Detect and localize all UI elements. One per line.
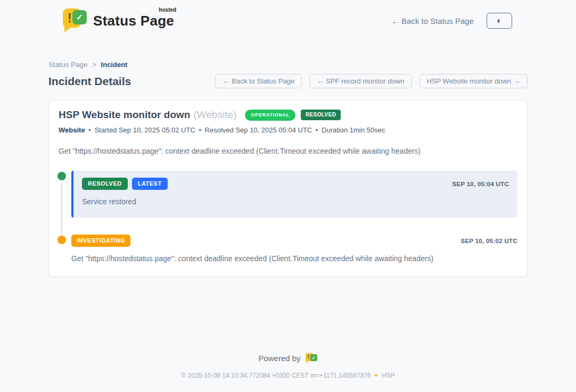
next-incident-label: HSP Website monitor down: [427, 77, 511, 85]
copyright-brand: HSP: [382, 372, 395, 379]
exclamation-glyph: !: [68, 11, 72, 26]
brand-name: Status Page hosted: [93, 13, 174, 29]
brand-hosted-label: hosted: [159, 7, 176, 13]
incident-title: HSP Website monitor down: [59, 109, 190, 121]
status-page-app: ! ✓ Status Page hosted ← Back to Status …: [0, 0, 576, 392]
checkmark-icon: ✓: [72, 10, 87, 24]
investigating-badge: INVESTIGATING: [71, 235, 130, 247]
meta-bullet: •: [199, 126, 201, 134]
arrow-left-icon: ←: [223, 77, 229, 85]
next-incident-button[interactable]: HSP Website monitor down→: [419, 74, 528, 88]
theme-toggle-button[interactable]: ◐: [487, 13, 512, 29]
incident-component: (Website): [193, 109, 236, 121]
incident-title-row: HSP Website monitor down (Website) OPERA…: [59, 109, 517, 121]
timeline-entry-resolved: RESOLVED LATEST SEP 10, 05:04 UTC Servic…: [57, 171, 517, 218]
status-page-mini-logo-icon[interactable]: ! ✓: [306, 353, 318, 364]
back-to-status-page-button[interactable]: ← Back to Status Page: [215, 74, 302, 88]
update-badge-row: RESOLVED LATEST SEP 10, 05:04 UTC: [82, 178, 509, 190]
meta-component: Website: [59, 126, 85, 134]
incident-meta: Website • Started Sep 10, 2025 05:02 UTC…: [59, 126, 517, 134]
latest-update-box: RESOLVED LATEST SEP 10, 05:04 UTC Servic…: [71, 171, 517, 218]
timeline-dot-orange: [57, 236, 66, 244]
exclamation-glyph: !: [308, 354, 309, 360]
timeline-entry-investigating: INVESTIGATING SEP 10, 05:02 UTC Get "htt…: [57, 235, 517, 263]
operational-status-badge: OPERATIONAL: [245, 110, 295, 121]
meta-resolved: Resolved Sep 10, 2025 05:04 UTC: [205, 126, 312, 134]
arrow-right-icon: →: [513, 77, 520, 85]
update-badge-row: INVESTIGATING SEP 10, 05:02 UTC: [71, 235, 517, 247]
update-message: Service restored: [82, 197, 509, 206]
incident-description: Get "https://hostedstatus.page": context…: [59, 147, 517, 155]
update-timestamp: SEP 10, 05:02 UTC: [460, 238, 517, 244]
resolved-status-badge: RESOLVED: [301, 110, 341, 120]
previous-incident-label: SPF record monitor down: [326, 77, 404, 85]
checkmark-icon: ✓: [310, 354, 317, 361]
brand-name-text: Status Page: [93, 13, 174, 29]
update-message: Get "https://hostedstatus.page": context…: [71, 254, 517, 263]
header-back-link[interactable]: ← Back to Status Page: [391, 16, 474, 26]
footer: Powered by ! ✓ © 2025-10-08 14:10:34.772…: [0, 353, 576, 392]
meta-bullet: •: [88, 126, 91, 134]
half-circle-theme-icon: ◐: [497, 16, 502, 25]
meta-bullet: •: [316, 126, 318, 134]
previous-incident-button[interactable]: ←SPF record monitor down: [309, 74, 412, 88]
back-button-label: Back to Status Page: [232, 77, 294, 85]
status-page-logo-icon: ! ✓: [63, 7, 87, 34]
sparkles-icon: ✦: [373, 372, 378, 379]
page-title: Incident Details: [48, 75, 131, 88]
header-back-link-label: Back to Status Page: [401, 16, 474, 26]
timeline-dot-green: [57, 172, 66, 180]
main-content: Status Page > Incident Incident Details …: [48, 34, 528, 277]
incident-card: HSP Website monitor down (Website) OPERA…: [48, 100, 528, 277]
breadcrumb-separator: >: [93, 61, 96, 69]
breadcrumb-incident: Incident: [101, 61, 128, 69]
powered-by-label: Powered by: [258, 354, 300, 363]
resolved-badge: RESOLVED: [82, 178, 128, 190]
powered-by: Powered by ! ✓: [0, 353, 576, 364]
incident-nav-buttons: ← Back to Status Page ←SPF record monito…: [215, 74, 528, 88]
incident-timeline: RESOLVED LATEST SEP 10, 05:04 UTC Servic…: [57, 171, 517, 263]
latest-badge: LATEST: [132, 178, 168, 190]
arrow-left-icon: ←: [317, 77, 324, 85]
title-row: Incident Details ← Back to Status Page ←…: [48, 74, 528, 88]
meta-started: Started Sep 10, 2025 05:02 UTC: [94, 126, 195, 134]
breadcrumb: Status Page > Incident: [48, 61, 528, 69]
brand-logo[interactable]: ! ✓ Status Page hosted: [63, 7, 174, 34]
header-actions: ← Back to Status Page ◐: [391, 13, 512, 29]
arrow-left-icon: ←: [391, 16, 399, 26]
meta-duration: Duration 1min 50sec: [322, 126, 385, 134]
copyright-text: © 2025-10-08 14:10:34.772084 +0200 CEST …: [181, 372, 371, 379]
copyright-line: © 2025-10-08 14:10:34.772084 +0200 CEST …: [0, 372, 576, 379]
breadcrumb-status-page[interactable]: Status Page: [48, 61, 88, 69]
header: ! ✓ Status Page hosted ← Back to Status …: [0, 0, 576, 34]
update-timestamp: SEP 10, 05:04 UTC: [452, 181, 509, 187]
